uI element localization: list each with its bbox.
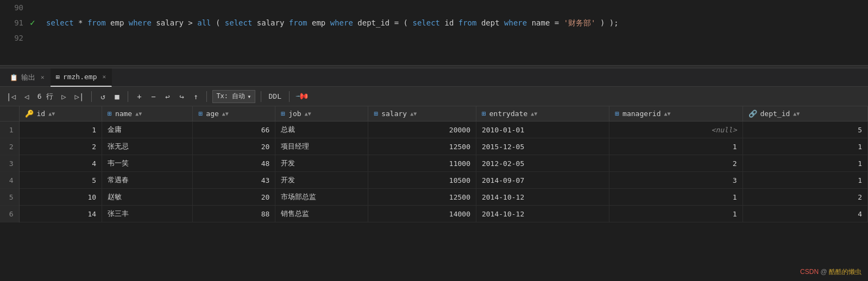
sort-icon-name[interactable]: ▲▼ [135, 111, 142, 117]
table-row[interactable]: 5 10 赵敏 20 市场部总监 12500 2014-10-12 1 2 [0, 189, 868, 206]
cell-name[interactable]: 金庸 [102, 122, 193, 138]
cell-dept-id[interactable]: 1 [743, 138, 867, 155]
code-line-90: 90 [0, 0, 868, 15]
nav-prev-button[interactable]: ◁ [21, 91, 32, 102]
separator-3 [206, 91, 207, 102]
sort-icon-age[interactable]: ▲▼ [222, 111, 229, 117]
cell-dept-id[interactable]: 1 [743, 172, 867, 189]
sort-icon-dept-id[interactable]: ▲▼ [793, 111, 800, 117]
nav-next-button[interactable]: ▷ [59, 91, 70, 102]
cell-name[interactable]: 赵敏 [102, 189, 193, 206]
cell-age[interactable]: 20 [193, 189, 275, 206]
cell-entrydate[interactable]: 2014-10-12 [476, 206, 609, 222]
cell-salary[interactable]: 10500 [368, 172, 476, 189]
cell-salary[interactable]: 14000 [368, 206, 476, 222]
cell-name[interactable]: 韦一笑 [102, 155, 193, 172]
table-row[interactable]: 3 4 韦一笑 48 开发 11000 2012-02-05 2 1 [0, 155, 868, 172]
cell-job[interactable]: 总裁 [275, 122, 368, 138]
col-header-job[interactable]: ⊞ job ▲▼ [275, 106, 368, 122]
cell-dept-id[interactable]: 5 [743, 122, 867, 138]
sort-icon-id[interactable]: ▲▼ [48, 111, 55, 117]
upload-button[interactable]: ↑ [190, 91, 201, 102]
col-icon-name: ⊞ [108, 110, 112, 118]
cell-id[interactable]: 10 [19, 189, 102, 206]
cell-name[interactable]: 常遇春 [102, 172, 193, 189]
cell-job[interactable]: 开发 [275, 155, 368, 172]
result-tabs: 📋 输出 ✕ ⊞ rmzh.emp ✕ [0, 68, 868, 87]
cell-entrydate[interactable]: 2014-10-12 [476, 189, 609, 206]
cell-age[interactable]: 66 [193, 122, 275, 138]
col-header-dept-id[interactable]: 🔗 dept_id ▲▼ [743, 106, 867, 122]
cell-entrydate[interactable]: 2015-12-05 [476, 138, 609, 155]
col-header-id[interactable]: 🔑 id ▲▼ [19, 106, 102, 122]
cell-dept-id[interactable]: 4 [743, 206, 867, 222]
cell-dept-id[interactable]: 1 [743, 155, 867, 172]
cell-job[interactable]: 销售总监 [275, 206, 368, 222]
cell-salary[interactable]: 12500 [368, 138, 476, 155]
cell-salary[interactable]: 12500 [368, 189, 476, 206]
cell-age[interactable]: 48 [193, 155, 275, 172]
delete-row-button[interactable]: − [148, 91, 159, 102]
tx-label: Tx: 自动 [216, 92, 245, 101]
cell-job[interactable]: 项目经理 [275, 138, 368, 155]
col-header-managerid[interactable]: ⊞ managerid ▲▼ [609, 106, 743, 122]
tab-output-close[interactable]: ✕ [41, 74, 45, 81]
refresh-button[interactable]: ↺ [97, 91, 108, 102]
cell-name[interactable]: 张三丰 [102, 206, 193, 222]
row-number: 3 [0, 155, 19, 172]
watermark: CSDN @ 酷酷的懒虫 [800, 267, 861, 277]
cell-id[interactable]: 4 [19, 155, 102, 172]
code-line-92: 92 [0, 30, 868, 46]
cell-job[interactable]: 市场部总监 [275, 189, 368, 206]
cell-entrydate[interactable]: 2010-01-01 [476, 122, 609, 138]
cell-salary[interactable]: 11000 [368, 155, 476, 172]
table-row[interactable]: 4 5 常遇春 43 开发 10500 2014-09-07 3 1 [0, 172, 868, 189]
cell-id[interactable]: 2 [19, 138, 102, 155]
add-row-button[interactable]: + [134, 91, 144, 102]
cell-name[interactable]: 张无忌 [102, 138, 193, 155]
cell-managerid[interactable]: 3 [609, 172, 743, 189]
cell-managerid[interactable]: <null> [609, 122, 743, 138]
pin-button[interactable]: 📌 [293, 86, 312, 106]
col-header-name[interactable]: ⊞ name ▲▼ [102, 106, 193, 122]
ddl-label[interactable]: DDL [267, 92, 284, 100]
sort-icon-entrydate[interactable]: ▲▼ [531, 111, 537, 117]
tab-rmzh-emp[interactable]: ⊞ rmzh.emp ✕ [51, 68, 112, 87]
col-icon-age: ⊞ [198, 110, 203, 118]
nav-last-button[interactable]: ▷| [73, 91, 86, 102]
sort-icon-job[interactable]: ▲▼ [305, 111, 311, 117]
cell-managerid[interactable]: 2 [609, 155, 743, 172]
sort-icon-managerid[interactable]: ▲▼ [664, 111, 671, 117]
cell-id[interactable]: 14 [19, 206, 102, 222]
table-row[interactable]: 6 14 张三丰 88 销售总监 14000 2014-10-12 1 4 [0, 206, 868, 222]
table-row[interactable]: 2 2 张无忌 20 项目经理 12500 2015-12-05 1 1 [0, 138, 868, 155]
cell-managerid[interactable]: 1 [609, 189, 743, 206]
cell-id[interactable]: 5 [19, 172, 102, 189]
cell-age[interactable]: 20 [193, 138, 275, 155]
cell-age[interactable]: 43 [193, 172, 275, 189]
col-header-salary[interactable]: ⊞ salary ▲▼ [368, 106, 476, 122]
cell-job[interactable]: 开发 [275, 172, 368, 189]
cell-entrydate[interactable]: 2012-02-05 [476, 155, 609, 172]
separator-4 [261, 91, 261, 102]
col-header-age[interactable]: ⊞ age ▲▼ [193, 106, 275, 122]
cell-managerid[interactable]: 1 [609, 138, 743, 155]
tab-output[interactable]: 📋 输出 ✕ [4, 68, 51, 87]
tab-rmzh-emp-label: rmzh.emp [63, 73, 97, 81]
nav-first-button[interactable]: |◁ [4, 91, 18, 102]
cell-age[interactable]: 88 [193, 206, 275, 222]
cell-managerid[interactable]: 1 [609, 206, 743, 222]
tab-rmzh-emp-close[interactable]: ✕ [102, 73, 106, 80]
redo-button[interactable]: ↪ [176, 91, 187, 102]
cell-entrydate[interactable]: 2014-09-07 [476, 172, 609, 189]
stop-button[interactable]: ■ [111, 91, 122, 102]
cell-dept-id[interactable]: 2 [743, 189, 867, 206]
col-header-entrydate[interactable]: ⊞ entrydate ▲▼ [476, 106, 609, 122]
undo-button[interactable]: ↩ [162, 91, 173, 102]
fk-icon: 🔗 [749, 110, 757, 118]
table-row[interactable]: 1 1 金庸 66 总裁 20000 2010-01-01 <null> 5 [0, 122, 868, 138]
sort-icon-salary[interactable]: ▲▼ [410, 111, 417, 117]
cell-salary[interactable]: 20000 [368, 122, 476, 138]
tx-dropdown[interactable]: Tx: 自动 ▾ [212, 90, 255, 103]
cell-id[interactable]: 1 [19, 122, 102, 138]
